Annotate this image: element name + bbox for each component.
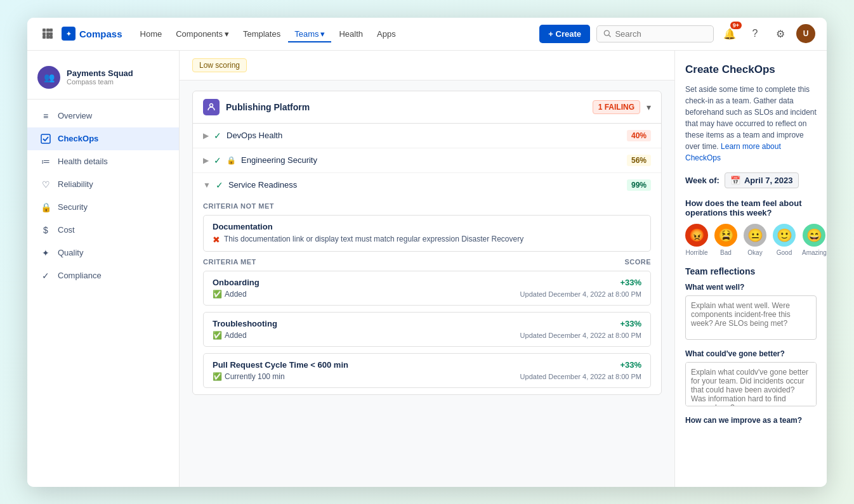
security-icon: 🔒 [40,202,51,213]
compliance-icon: ✓ [40,270,51,281]
documentation-error-text: This documentation link or display text … [224,235,523,243]
search-box[interactable] [596,25,714,42]
notification-count: 9+ [730,22,742,29]
okay-emoji: 😐 [744,224,766,247]
security-pct: 56% [627,155,651,166]
troubleshooting-check-icon: ✅ [213,331,222,340]
pr-cycle-updated: Updated December 4, 2022 at 8:00 PM [520,373,641,380]
sidebar-label-compliance: Compliance [58,271,102,280]
sentiment-title: How does the team feel about operations … [685,198,817,217]
sidebar-label-reliability: Reliability [58,179,93,189]
reflection-q2: What could've gone better? [685,349,817,358]
documentation-error: ✖ This documentation link or display tex… [213,235,641,245]
security-label: Engineering Security [241,155,622,165]
nav-links: Home Components ▾ Templates Teams ▾ Heal… [134,25,535,42]
user-avatar[interactable]: U [796,24,815,43]
service-expand-icon[interactable]: ▼ [203,181,211,190]
nav-apps[interactable]: Apps [371,25,402,42]
svg-rect-6 [43,36,46,39]
troubleshooting-updated: Updated December 4, 2022 at 8:00 PM [520,332,641,339]
sidebar-label-health: Health details [58,157,108,166]
bad-label: Bad [720,249,732,256]
security-expand-icon[interactable]: ▶ [203,156,209,165]
documentation-title: Documentation [213,222,641,231]
panel-description: Set aside some time to complete this che… [685,84,817,164]
devops-check-icon: ✓ [214,131,221,141]
horrible-emoji: 😡 [685,224,708,247]
sidebar-label-overview: Overview [58,111,92,120]
sidebar-item-health[interactable]: ≔ Health details [27,150,179,173]
week-of-section: Week of: 📅 April 7, 2023 [685,172,817,188]
sidebar-item-checkops[interactable]: CheckOps [27,127,179,150]
checkops-icon [40,133,51,145]
sidebar-item-cost[interactable]: $ Cost [27,219,179,242]
security-check-icon: ✓ [214,155,221,165]
platform-chevron-icon[interactable]: ▾ [647,102,651,112]
sentiment-bad[interactable]: 😫 Bad [714,224,737,256]
sidebar-item-compliance[interactable]: ✓ Compliance [27,264,179,287]
search-input[interactable] [615,29,707,39]
reflection-input-1[interactable] [685,295,817,340]
health-row-service: ▼ ✓ Service Readiness 99% [193,173,661,197]
platform-header: Publishing Platform 1 FAILING ▾ [193,91,661,124]
logo-text: Compass [79,29,122,39]
checkops-content: Publishing Platform 1 FAILING ▾ ▶ ✓ DevO… [180,81,674,415]
sentiment-amazing[interactable]: 😄 Amazing [802,224,827,256]
right-panel: Create CheckOps Set aside some time to c… [674,51,827,487]
svg-rect-2 [49,29,53,32]
week-date: April 7, 2023 [744,176,793,185]
reflections-title: Team reflections [685,266,817,276]
criteria-met-header: Criteria met Score [203,258,651,266]
troubleshooting-status: Added [225,331,247,340]
sidebar-item-quality[interactable]: ✦ Quality [27,242,179,264]
sidebar-label-cost: Cost [58,225,75,235]
create-button[interactable]: + Create [539,25,590,43]
sidebar-item-reliability[interactable]: ♡ Reliability [27,173,179,196]
svg-point-9 [604,30,609,36]
help-button[interactable]: ? [746,24,765,43]
nav-components[interactable]: Components ▾ [169,25,235,42]
team-name: Payments Squad [67,68,133,78]
nav-teams[interactable]: Teams ▾ [288,25,331,42]
search-icon [603,29,611,38]
nav-health[interactable]: Health [332,25,369,42]
grid-icon[interactable] [39,25,56,42]
svg-point-12 [210,103,213,107]
pr-cycle-check-icon: ✅ [213,372,222,381]
reflections-section: Team reflections What went well? What co… [685,266,817,425]
nav-templates[interactable]: Templates [237,25,287,42]
logo[interactable]: ✦ Compass [62,27,122,41]
settings-button[interactable]: ⚙ [771,24,790,43]
onboarding-check-icon: ✅ [213,290,222,299]
team-info: 👥 Payments Squad Compass team [27,61,179,100]
devops-expand-icon[interactable]: ▶ [203,131,209,140]
amazing-emoji: 😄 [803,224,825,247]
criteria-not-met-label: Criteria not met [203,202,651,210]
reflection-input-2[interactable] [685,362,817,406]
troubleshooting-score: +33% [620,319,641,328]
health-row-devops: ▶ ✓ DevOps Health 40% [193,124,661,148]
svg-rect-8 [49,36,53,39]
devops-pct: 40% [627,130,651,141]
low-scoring-tag: Low scoring [192,58,247,72]
health-row-security: ▶ ✓ 🔒 Engineering Security 56% [193,148,661,173]
date-picker[interactable]: 📅 April 7, 2023 [725,172,799,188]
service-check-icon: ✓ [216,180,223,190]
service-label: Service Readiness [228,180,622,190]
top-navigation: ✦ Compass Home Components ▾ Templates Te… [27,18,827,51]
onboarding-updated: Updated December 4, 2022 at 8:00 PM [520,290,641,298]
platform-icon [203,99,220,115]
sentiment-okay[interactable]: 😐 Okay [744,224,766,256]
sidebar-item-overview[interactable]: ≡ Overview [27,105,179,127]
sentiment-horrible[interactable]: 😡 Horrible [685,224,708,256]
svg-rect-7 [46,36,49,39]
svg-line-10 [608,35,610,37]
sidebar-item-security[interactable]: 🔒 Security [27,196,179,219]
sentiment-good[interactable]: 🙂 Good [773,224,796,256]
amazing-label: Amazing [802,249,827,256]
notifications-button[interactable]: 🔔 9+ [720,24,739,43]
criteria-item-documentation: Documentation ✖ This documentation link … [203,215,651,252]
nav-home[interactable]: Home [134,25,169,42]
sentiment-row: 😡 Horrible 😫 Bad 😐 Okay 🙂 Good [685,224,817,256]
svg-rect-0 [43,29,46,32]
